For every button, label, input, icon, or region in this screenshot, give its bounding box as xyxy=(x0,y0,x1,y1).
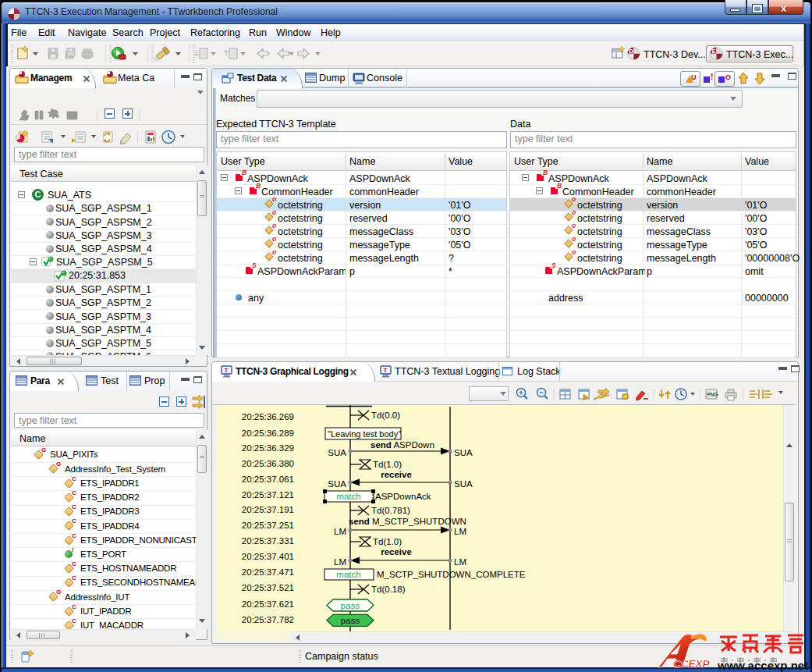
svg-text:20:25:37.251: 20:25:37.251 xyxy=(242,521,294,530)
svg-text:Td(0.781): Td(0.781) xyxy=(371,506,410,515)
svg-text:ASPDownAck: ASPDownAck xyxy=(375,492,431,501)
svg-text:SUA: SUA xyxy=(328,479,346,489)
svg-text:pass: pass xyxy=(341,616,360,625)
svg-text:Td(0.18): Td(0.18) xyxy=(371,585,406,594)
svg-text:E: E xyxy=(712,48,717,55)
svg-text:SUA: SUA xyxy=(454,448,473,457)
svg-text:!: ! xyxy=(711,73,713,81)
svg-text:Td(1.0): Td(1.0) xyxy=(373,460,402,469)
svg-text:20:25:37.782: 20:25:37.782 xyxy=(242,615,294,624)
svg-text:send M_SCTP_SHUTDOWN: send M_SCTP_SHUTDOWN xyxy=(349,517,466,526)
svg-text:T: T xyxy=(225,367,229,374)
svg-text:D: D xyxy=(629,48,633,55)
svg-text:receive: receive xyxy=(381,547,412,556)
svg-text:20:25:36.380: 20:25:36.380 xyxy=(242,459,294,468)
svg-text:20:25:37.061: 20:25:37.061 xyxy=(242,475,294,484)
svg-text:LM: LM xyxy=(454,527,466,536)
svg-text:LM: LM xyxy=(454,557,466,567)
svg-text:T: T xyxy=(384,367,388,374)
svg-text:20:25:37.471: 20:25:37.471 xyxy=(242,567,294,577)
svg-text:Td(0.0): Td(0.0) xyxy=(371,411,400,420)
svg-text:SUA: SUA xyxy=(328,448,346,457)
svg-text:20:25:37.401: 20:25:37.401 xyxy=(242,552,294,561)
svg-text:M_SCTP_SHUTDOWN_COMPLETE: M_SCTP_SHUTDOWN_COMPLETE xyxy=(377,570,526,579)
svg-text:send ASPDown: send ASPDown xyxy=(371,440,434,450)
svg-text:PNG: PNG xyxy=(707,392,718,397)
svg-text:pass: pass xyxy=(341,601,360,610)
svg-text:20:25:37.191: 20:25:37.191 xyxy=(242,505,294,514)
svg-text:"Leaving test body": "Leaving test body" xyxy=(328,429,401,439)
svg-text:match: match xyxy=(336,570,360,579)
svg-text:LM: LM xyxy=(334,557,346,567)
svg-text:match: match xyxy=(336,492,360,501)
svg-text:CCEXP: CCEXP xyxy=(673,658,711,670)
svg-text:20:25:37.331: 20:25:37.331 xyxy=(242,536,294,546)
svg-text:O: O xyxy=(725,73,731,81)
svg-text:receive: receive xyxy=(381,470,412,479)
svg-text:www.accexp.net: www.accexp.net xyxy=(717,659,808,672)
svg-text:SUA: SUA xyxy=(454,479,473,489)
svg-text:LM: LM xyxy=(334,527,346,536)
svg-text:20:25:37.521: 20:25:37.521 xyxy=(242,583,294,592)
svg-text:Td(1.0): Td(1.0) xyxy=(373,537,402,546)
svg-text:U: U xyxy=(691,73,697,81)
svg-text:20:25:37.121: 20:25:37.121 xyxy=(242,490,294,500)
svg-text:20:25:37.621: 20:25:37.621 xyxy=(242,599,294,609)
svg-text:20:25:36.289: 20:25:36.289 xyxy=(242,428,294,438)
svg-text:20:25:36.329: 20:25:36.329 xyxy=(242,443,294,453)
svg-text:20:25:36.269: 20:25:36.269 xyxy=(242,412,294,421)
